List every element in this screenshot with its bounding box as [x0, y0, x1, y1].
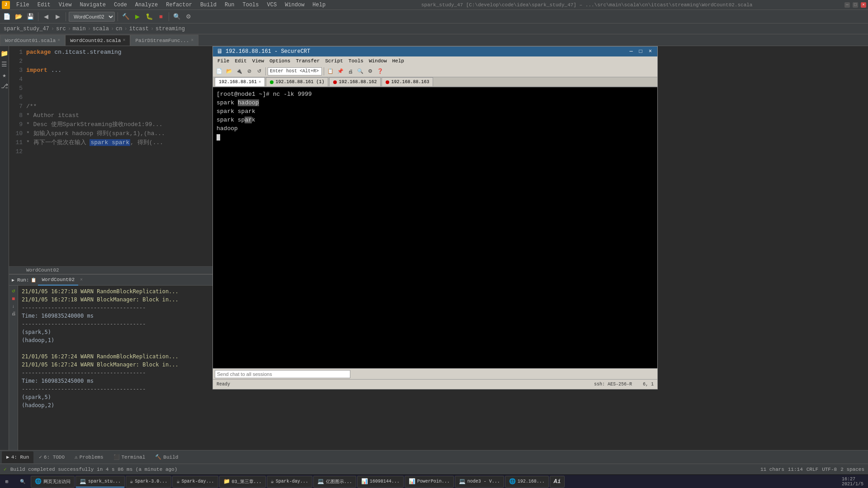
taskbar-start[interactable]: ⊞	[2, 476, 15, 488]
taskbar-spark3[interactable]: ☕ Spark-3.0...	[126, 476, 171, 488]
run-wordcount02-tab[interactable]: WordCount02	[38, 275, 78, 286]
tab-wordcount02[interactable]: WordCount02.scala ×	[65, 35, 130, 46]
securecrt-terminal[interactable]: [root@node1 ~]# nc -lk 9999 spark hadoop…	[213, 87, 657, 368]
menu-navigate[interactable]: Navigate	[76, 1, 109, 9]
close-button[interactable]: ×	[861, 2, 866, 8]
open-button[interactable]: 📂	[14, 12, 24, 22]
crt-menu-help[interactable]: Help	[389, 56, 406, 66]
tab-pairdstream[interactable]: PairDStreamFunc... ×	[130, 35, 198, 46]
path-cn[interactable]: cn	[116, 26, 122, 32]
crt-help[interactable]: ❓	[376, 67, 385, 76]
rerun-icon[interactable]: ↺	[12, 287, 15, 294]
securecrt-maximize[interactable]: □	[637, 48, 644, 55]
menu-vcs[interactable]: VCS	[264, 1, 281, 9]
crt-tab-162[interactable]: 192.168.88.162	[329, 77, 381, 86]
search-button[interactable]: 🔍	[172, 12, 182, 22]
print-icon[interactable]: 🖨	[11, 311, 16, 316]
crt-menu-script[interactable]: Script	[322, 56, 346, 66]
crt-tab-161-close[interactable]: ×	[259, 80, 261, 84]
taskbar-ai[interactable]: Ai	[550, 476, 565, 488]
taskbar-yitu[interactable]: 💻 亿图图示...	[313, 476, 356, 488]
crt-disconnect[interactable]: ⊘	[245, 67, 254, 76]
menu-analyze[interactable]: Analyze	[132, 1, 161, 9]
tab-terminal[interactable]: ⬛ Terminal	[109, 451, 150, 463]
taskbar-spark-day2[interactable]: ☕ Spark-day...	[267, 476, 312, 488]
forward-button[interactable]: ▶	[53, 12, 63, 22]
tab-build[interactable]: 🔨 Build	[151, 451, 183, 463]
taskbar-192[interactable]: 🌐 192.168...	[505, 476, 549, 488]
taskbar-spark-day1[interactable]: ☕ Spark-day...	[172, 476, 218, 488]
stop-run-icon[interactable]: ■	[12, 296, 15, 302]
code-editor[interactable]: 1 package cn.itcast.streaming 2 3 import…	[9, 46, 212, 266]
debug-button[interactable]: 🐛	[144, 12, 154, 22]
securecrt-minimize[interactable]: —	[627, 48, 634, 55]
crt-find[interactable]: 🔍	[356, 67, 365, 76]
menu-window[interactable]: Window	[281, 1, 308, 9]
path-project[interactable]: spark_study_47	[4, 26, 49, 32]
crt-connect[interactable]: 🔌	[235, 67, 244, 76]
tab-wordcount01-close[interactable]: ×	[57, 38, 60, 43]
crt-reconnect[interactable]: ↺	[255, 67, 264, 76]
crt-menu-view[interactable]: View	[250, 56, 267, 66]
menu-refactor[interactable]: Refactor	[162, 1, 196, 9]
taskbar-spark-study[interactable]: 💻 spark_stu...	[75, 476, 125, 488]
crt-menu-window[interactable]: Window	[366, 56, 390, 66]
chat-input[interactable]	[215, 370, 350, 378]
path-src[interactable]: src	[56, 26, 66, 32]
sidebar-vcs-icon[interactable]: ⎇	[1, 82, 8, 89]
run-tab-close[interactable]: ×	[78, 277, 85, 282]
taskbar-16098[interactable]: 📊 16098144...	[357, 476, 404, 488]
run-config-dropdown[interactable]: WordCount02	[69, 12, 115, 22]
scroll-end-icon[interactable]: ↓	[12, 304, 14, 309]
crt-menu-file[interactable]: File	[215, 56, 232, 66]
taskbar-ppt[interactable]: 📊 PowerPoin...	[405, 476, 454, 488]
menu-code[interactable]: Code	[110, 1, 131, 9]
tab-run[interactable]: ▶ 4: Run	[2, 451, 33, 463]
crt-tab-161[interactable]: 192.168.88.161 ×	[215, 77, 265, 86]
tab-wordcount02-close[interactable]: ×	[123, 38, 125, 43]
menu-build[interactable]: Build	[197, 1, 220, 9]
menu-edit[interactable]: Edit	[34, 1, 54, 9]
run-button[interactable]: ▶	[132, 12, 142, 22]
menu-run[interactable]: Run	[221, 1, 238, 9]
crt-menu-transfer[interactable]: Transfer	[293, 56, 322, 66]
sidebar-structure-icon[interactable]: ☰	[1, 61, 8, 68]
path-scala[interactable]: scala	[93, 26, 109, 32]
taskbar-search[interactable]: 🔍	[16, 476, 30, 488]
stop-button[interactable]: ■	[156, 12, 166, 22]
menu-view[interactable]: View	[55, 1, 75, 9]
taskbar-webpage[interactable]: 🌐 网页无法访问	[31, 476, 75, 488]
tab-todo[interactable]: ✓ 6: TODO	[34, 451, 69, 463]
maximize-button[interactable]: □	[853, 2, 858, 8]
crt-host-input[interactable]: Enter host <Alt+R>	[268, 67, 322, 75]
crt-menu-tools[interactable]: Tools	[346, 56, 366, 66]
crt-print[interactable]: 🖨	[346, 67, 355, 76]
securecrt-close[interactable]: ×	[647, 48, 654, 55]
crt-tab-161-1[interactable]: 192.168.88.161 (1)	[266, 77, 328, 86]
crt-menu-options[interactable]: Options	[267, 56, 293, 66]
minimize-button[interactable]: —	[844, 2, 850, 8]
crt-tab-163[interactable]: 192.168.88.163	[382, 77, 433, 86]
back-button[interactable]: ◀	[41, 12, 51, 22]
crt-new-session[interactable]: 📄	[215, 67, 224, 76]
crt-paste[interactable]: 📌	[336, 67, 345, 76]
tab-pairdstream-close[interactable]: ×	[191, 38, 193, 43]
taskbar-node3[interactable]: 💻 node3 - V...	[455, 476, 504, 488]
save-button[interactable]: 💾	[25, 12, 35, 22]
new-file-button[interactable]: 📄	[2, 12, 12, 22]
sidebar-project-icon[interactable]: 📁	[1, 50, 8, 57]
menu-tools[interactable]: Tools	[239, 1, 263, 9]
path-streaming[interactable]: streaming	[156, 26, 185, 32]
menu-help[interactable]: Help	[309, 1, 329, 9]
crt-settings[interactable]: ⚙	[366, 67, 375, 76]
tab-problems[interactable]: ⚠ Problems	[70, 451, 108, 463]
sidebar-favorites-icon[interactable]: ★	[1, 71, 8, 79]
crt-copy[interactable]: 📋	[326, 67, 335, 76]
path-itcast[interactable]: itcast	[129, 26, 149, 32]
tab-wordcount01[interactable]: WordCount01.scala ×	[0, 35, 65, 46]
crt-open[interactable]: 📂	[225, 67, 234, 76]
path-main[interactable]: main	[73, 26, 86, 32]
build-button[interactable]: 🔨	[121, 12, 131, 22]
settings-button[interactable]: ⚙	[184, 12, 193, 22]
crt-menu-edit[interactable]: Edit	[232, 56, 249, 66]
